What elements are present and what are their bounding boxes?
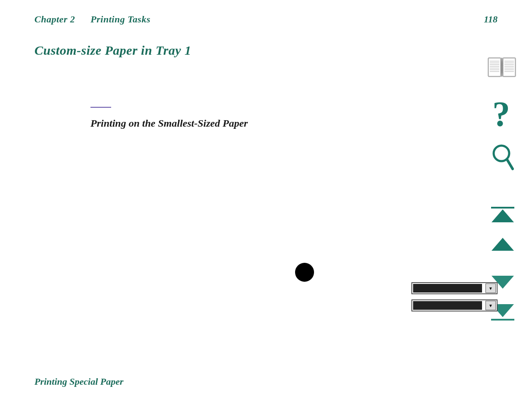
first-page-bar xyxy=(491,207,514,209)
scrollbar-btn-1[interactable]: ▼ xyxy=(485,283,496,293)
help-icon[interactable]: ? xyxy=(489,96,515,130)
chapter-label: Chapter 2 xyxy=(34,14,75,25)
previous-page-button[interactable] xyxy=(492,238,514,251)
svg-text:?: ? xyxy=(492,96,510,130)
page-title: Custom-size Paper in Tray 1 xyxy=(34,43,191,58)
section-divider xyxy=(90,107,111,108)
go-to-first-button[interactable] xyxy=(491,207,514,222)
svg-line-22 xyxy=(507,159,513,169)
scrollbar-fill-2 xyxy=(413,301,482,310)
sidebar-icons: ? xyxy=(485,52,519,199)
horizontal-scrollbar-1[interactable]: ▼ xyxy=(411,282,498,294)
horizontal-scrollbar-2[interactable]: ▼ xyxy=(411,299,498,311)
last-page-bar xyxy=(491,319,514,321)
book-icon[interactable] xyxy=(486,52,517,83)
search-icon[interactable] xyxy=(490,143,514,173)
breadcrumb: Chapter 2 Printing Tasks 118 xyxy=(34,14,498,25)
previous-page-arrow xyxy=(492,238,514,251)
footer-nav-label: Printing Special Paper xyxy=(34,376,124,387)
scrollbar-btn-2[interactable]: ▼ xyxy=(485,301,496,310)
svg-point-21 xyxy=(495,147,507,159)
bullet-point xyxy=(295,263,314,282)
scrollbar-area: ▼ ▼ xyxy=(411,282,498,311)
page-number: 118 xyxy=(484,14,498,25)
first-page-arrow xyxy=(492,209,514,222)
sub-section-heading: Printing on the Smallest-Sized Paper xyxy=(90,116,248,131)
section-label: Printing Tasks xyxy=(90,14,150,25)
scrollbar-fill-1 xyxy=(413,284,482,293)
